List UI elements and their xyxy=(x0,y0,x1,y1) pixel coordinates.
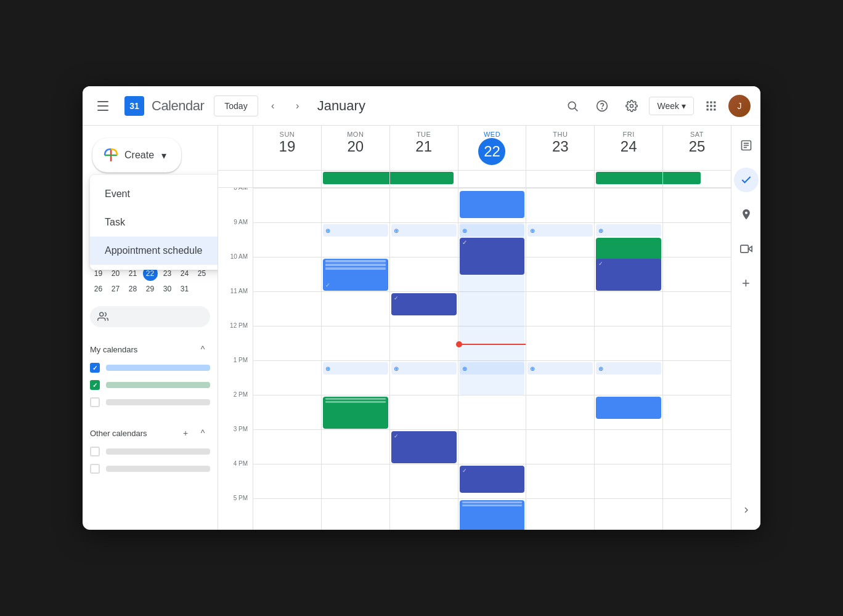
allday-cell-mon[interactable] xyxy=(321,171,389,187)
cell-sat-5pm[interactable] xyxy=(662,498,731,530)
add-other-calendar[interactable]: + xyxy=(178,426,193,440)
cell-sat-4pm[interactable] xyxy=(662,464,731,498)
event-fri-10am[interactable]: ✓ xyxy=(596,259,661,291)
cell-mon-12pm[interactable] xyxy=(321,326,389,360)
cell-thu-9am[interactable]: ⊕ xyxy=(526,222,594,257)
event-wed-1pm-indicator[interactable]: ⊕ xyxy=(460,362,525,375)
apps-grid-button[interactable] xyxy=(699,94,723,118)
cell-sun-11am[interactable] xyxy=(253,291,321,326)
allday-cell-thu[interactable] xyxy=(526,171,594,187)
event-wed-5pm[interactable] xyxy=(460,500,525,530)
event-tue-1pm-indicator[interactable]: ⊕ xyxy=(391,362,457,375)
cell-thu-8am[interactable] xyxy=(526,188,594,222)
view-selector-button[interactable]: Week ▾ xyxy=(649,97,694,115)
cell-sat-12pm[interactable] xyxy=(662,326,731,360)
people-search[interactable] xyxy=(90,306,210,327)
cell-fri-5pm[interactable] xyxy=(594,498,662,530)
time-grid[interactable]: 8 AM 9 AM xyxy=(218,188,731,530)
cell-sat-8am[interactable] xyxy=(662,188,731,222)
cell-wed-1pm[interactable]: ⊕ xyxy=(458,360,526,395)
cell-tue-1pm[interactable]: ⊕ xyxy=(389,360,458,395)
notes-side-button[interactable] xyxy=(734,133,759,158)
cell-tue-4pm[interactable] xyxy=(389,464,458,498)
cell-sun-10am[interactable] xyxy=(253,257,321,291)
cell-sat-1pm[interactable] xyxy=(662,360,731,395)
cell-sun-8am[interactable] xyxy=(253,188,321,222)
cell-tue-11am[interactable]: ✓ xyxy=(389,291,458,326)
event-fri-9am-indicator[interactable]: ⊕ xyxy=(596,224,661,237)
cell-wed-12pm[interactable] xyxy=(458,326,526,360)
cell-mon-2pm[interactable] xyxy=(321,395,389,429)
cell-mon-5pm[interactable] xyxy=(321,498,389,530)
cell-thu-1pm[interactable]: ⊕ xyxy=(526,360,594,395)
cell-fri-4pm[interactable] xyxy=(594,464,662,498)
cell-sat-9am[interactable] xyxy=(662,222,731,257)
cell-sat-11am[interactable] xyxy=(662,291,731,326)
event-tue-3pm[interactable]: ✓ xyxy=(391,431,457,463)
mini-cal-day[interactable]: 27 xyxy=(108,282,123,296)
other-calendar-item-2[interactable] xyxy=(90,460,210,477)
cell-sun-2pm[interactable] xyxy=(253,395,321,429)
create-button[interactable]: Create ▾ xyxy=(92,138,181,172)
dropdown-appointment-item[interactable]: Appointment schedule xyxy=(90,237,218,265)
cell-fri-12pm[interactable] xyxy=(594,326,662,360)
cell-mon-9am[interactable]: ⊕ xyxy=(321,222,389,257)
cell-tue-5pm[interactable] xyxy=(389,498,458,530)
search-button[interactable] xyxy=(560,94,585,118)
other-calendar-item-1[interactable] xyxy=(90,443,210,460)
settings-button[interactable] xyxy=(619,94,644,118)
event-thu-1pm-indicator[interactable]: ⊕ xyxy=(527,362,593,375)
cell-fri-9am[interactable]: ⊕ xyxy=(594,222,662,257)
allday-cell-sat[interactable] xyxy=(662,171,731,187)
cell-wed-2pm[interactable] xyxy=(458,395,526,429)
allday-cell-sun[interactable] xyxy=(253,171,321,187)
other-calendars-expand[interactable]: ^ xyxy=(195,426,210,440)
cell-tue-3pm[interactable]: ✓ xyxy=(389,429,458,464)
allday-cell-tue[interactable] xyxy=(389,171,458,187)
cell-sat-10am[interactable] xyxy=(662,257,731,291)
cell-mon-10am[interactable]: ✓ xyxy=(321,257,389,291)
expand-side-button[interactable] xyxy=(734,498,759,522)
my-calendar-item-2[interactable]: ✓ xyxy=(90,376,210,394)
cell-wed-8am[interactable] xyxy=(458,188,526,222)
event-fri-2pm[interactable] xyxy=(596,397,661,419)
event-wed-9am[interactable]: ✓ xyxy=(460,238,525,275)
event-mon-2pm[interactable] xyxy=(323,397,388,429)
cell-tue-10am[interactable] xyxy=(389,257,458,291)
dropdown-task-item[interactable]: Task xyxy=(90,208,218,237)
my-calendar-item-1[interactable]: ✓ xyxy=(90,359,210,376)
cell-thu-2pm[interactable] xyxy=(526,395,594,429)
cell-sun-9am[interactable] xyxy=(253,222,321,257)
cell-wed-3pm[interactable] xyxy=(458,429,526,464)
prev-button[interactable]: ‹ xyxy=(263,96,283,116)
cell-wed-11am[interactable] xyxy=(458,291,526,326)
cell-tue-12pm[interactable] xyxy=(389,326,458,360)
cell-thu-4pm[interactable] xyxy=(526,464,594,498)
cell-sun-3pm[interactable] xyxy=(253,429,321,464)
avatar[interactable]: J xyxy=(728,95,751,117)
cell-mon-4pm[interactable] xyxy=(321,464,389,498)
cell-tue-2pm[interactable] xyxy=(389,395,458,429)
allday-cell-fri[interactable] xyxy=(594,171,662,187)
cell-thu-10am[interactable] xyxy=(526,257,594,291)
event-tue-11am[interactable]: ✓ xyxy=(391,293,457,315)
event-wed-9am-indicator[interactable]: ⊕ xyxy=(460,224,525,237)
help-button[interactable] xyxy=(590,94,614,118)
dropdown-event-item[interactable]: Event xyxy=(90,180,218,208)
cell-tue-8am[interactable] xyxy=(389,188,458,222)
event-wed-4pm[interactable]: ✓ xyxy=(460,466,525,493)
meet-side-button[interactable] xyxy=(734,237,759,261)
mini-cal-day[interactable]: 29 xyxy=(143,282,158,296)
event-fri-1pm-indicator[interactable]: ⊕ xyxy=(596,362,661,375)
cell-sun-1pm[interactable] xyxy=(253,360,321,395)
cell-wed-9am[interactable]: ⊕ ✓ xyxy=(458,222,526,257)
cell-fri-1pm[interactable]: ⊕ xyxy=(594,360,662,395)
cell-thu-12pm[interactable] xyxy=(526,326,594,360)
next-button[interactable]: › xyxy=(288,96,307,116)
cell-mon-11am[interactable] xyxy=(321,291,389,326)
event-mon-1pm-indicator[interactable]: ⊕ xyxy=(323,362,388,375)
mini-cal-day[interactable]: 26 xyxy=(91,282,106,296)
my-calendars-expand[interactable]: ^ xyxy=(195,342,210,357)
cell-mon-1pm[interactable]: ⊕ xyxy=(321,360,389,395)
cell-sun-5pm[interactable] xyxy=(253,498,321,530)
